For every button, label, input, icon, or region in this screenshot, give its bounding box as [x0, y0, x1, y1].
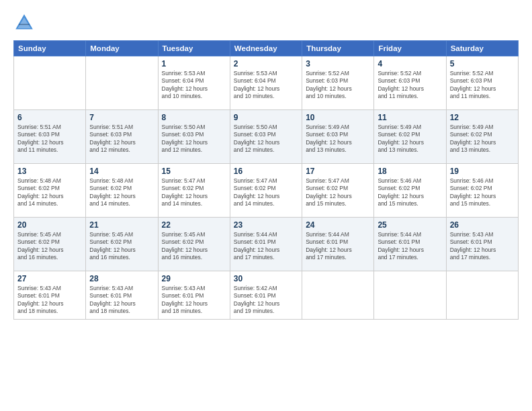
- day-info: Sunrise: 5:49 AM Sunset: 6:02 PM Dayligh…: [450, 124, 515, 154]
- day-info: Sunrise: 5:45 AM Sunset: 6:02 PM Dayligh…: [17, 231, 82, 262]
- day-number: 16: [234, 167, 298, 176]
- calendar-cell: 9Sunrise: 5:50 AM Sunset: 6:03 PM Daylig…: [230, 110, 302, 164]
- day-number: 19: [450, 167, 515, 176]
- day-info: Sunrise: 5:43 AM Sunset: 6:01 PM Dayligh…: [450, 231, 515, 262]
- day-number: 26: [450, 220, 515, 230]
- day-number: 30: [234, 274, 298, 283]
- day-info: Sunrise: 5:43 AM Sunset: 6:01 PM Dayligh…: [17, 285, 82, 316]
- day-info: Sunrise: 5:42 AM Sunset: 6:01 PM Dayligh…: [234, 285, 298, 316]
- day-number: 8: [162, 113, 226, 122]
- calendar-cell: 22Sunrise: 5:45 AM Sunset: 6:02 PM Dayli…: [158, 218, 230, 271]
- calendar-cell: 20Sunrise: 5:45 AM Sunset: 6:02 PM Dayli…: [14, 218, 86, 271]
- day-info: Sunrise: 5:44 AM Sunset: 6:01 PM Dayligh…: [234, 231, 298, 262]
- day-info: Sunrise: 5:47 AM Sunset: 6:02 PM Dayligh…: [306, 177, 370, 208]
- calendar-cell: [374, 271, 446, 320]
- calendar-cell: [446, 271, 518, 320]
- day-number: 13: [17, 167, 82, 176]
- calendar-cell: 2Sunrise: 5:53 AM Sunset: 6:04 PM Daylig…: [230, 56, 302, 110]
- weekday-header: Wednesday: [230, 41, 302, 56]
- calendar-cell: 28Sunrise: 5:43 AM Sunset: 6:01 PM Dayli…: [86, 271, 158, 320]
- calendar-cell: 10Sunrise: 5:49 AM Sunset: 6:03 PM Dayli…: [302, 110, 374, 164]
- day-info: Sunrise: 5:53 AM Sunset: 6:04 PM Dayligh…: [162, 70, 226, 101]
- day-info: Sunrise: 5:49 AM Sunset: 6:03 PM Dayligh…: [306, 124, 370, 154]
- day-number: 27: [17, 274, 82, 283]
- calendar-cell: 16Sunrise: 5:47 AM Sunset: 6:02 PM Dayli…: [230, 164, 302, 218]
- day-number: 15: [162, 167, 226, 176]
- calendar-cell: 7Sunrise: 5:51 AM Sunset: 6:03 PM Daylig…: [86, 110, 158, 164]
- weekday-header: Monday: [86, 41, 158, 56]
- day-number: 7: [89, 113, 154, 122]
- day-info: Sunrise: 5:43 AM Sunset: 6:01 PM Dayligh…: [162, 285, 226, 316]
- calendar-row: 13Sunrise: 5:48 AM Sunset: 6:02 PM Dayli…: [14, 164, 519, 218]
- day-number: 12: [450, 113, 515, 122]
- day-info: Sunrise: 5:43 AM Sunset: 6:01 PM Dayligh…: [89, 285, 154, 316]
- day-info: Sunrise: 5:45 AM Sunset: 6:02 PM Dayligh…: [89, 231, 154, 262]
- calendar-cell: 24Sunrise: 5:44 AM Sunset: 6:01 PM Dayli…: [302, 218, 374, 271]
- weekday-header: Thursday: [302, 41, 374, 56]
- calendar-cell: [86, 56, 158, 110]
- day-info: Sunrise: 5:46 AM Sunset: 6:02 PM Dayligh…: [450, 177, 515, 208]
- day-number: 4: [378, 59, 442, 68]
- calendar-cell: 18Sunrise: 5:46 AM Sunset: 6:02 PM Dayli…: [374, 164, 446, 218]
- page: SundayMondayTuesdayWednesdayThursdayFrid…: [0, 0, 532, 411]
- day-info: Sunrise: 5:52 AM Sunset: 6:03 PM Dayligh…: [450, 70, 515, 101]
- calendar-cell: 6Sunrise: 5:51 AM Sunset: 6:03 PM Daylig…: [14, 110, 86, 164]
- day-info: Sunrise: 5:51 AM Sunset: 6:03 PM Dayligh…: [89, 124, 154, 154]
- calendar-cell: 17Sunrise: 5:47 AM Sunset: 6:02 PM Dayli…: [302, 164, 374, 218]
- day-number: 28: [89, 274, 154, 283]
- day-number: 9: [234, 113, 298, 122]
- day-info: Sunrise: 5:47 AM Sunset: 6:02 PM Dayligh…: [162, 177, 226, 208]
- calendar-cell: 27Sunrise: 5:43 AM Sunset: 6:01 PM Dayli…: [14, 271, 86, 320]
- day-number: 1: [162, 59, 226, 68]
- day-number: 17: [306, 167, 370, 176]
- calendar-cell: 26Sunrise: 5:43 AM Sunset: 6:01 PM Dayli…: [446, 218, 518, 271]
- logo: [13, 12, 38, 34]
- day-info: Sunrise: 5:49 AM Sunset: 6:02 PM Dayligh…: [378, 124, 442, 154]
- calendar-row: 20Sunrise: 5:45 AM Sunset: 6:02 PM Dayli…: [14, 218, 519, 271]
- calendar-cell: 29Sunrise: 5:43 AM Sunset: 6:01 PM Dayli…: [158, 271, 230, 320]
- calendar-cell: [14, 56, 86, 110]
- day-number: 21: [89, 220, 154, 230]
- day-info: Sunrise: 5:50 AM Sunset: 6:03 PM Dayligh…: [162, 124, 226, 154]
- day-info: Sunrise: 5:46 AM Sunset: 6:02 PM Dayligh…: [378, 177, 442, 208]
- weekday-header: Sunday: [14, 41, 86, 56]
- day-number: 18: [378, 167, 442, 176]
- day-info: Sunrise: 5:48 AM Sunset: 6:02 PM Dayligh…: [89, 177, 154, 208]
- day-number: 23: [234, 220, 298, 230]
- calendar-cell: 8Sunrise: 5:50 AM Sunset: 6:03 PM Daylig…: [158, 110, 230, 164]
- calendar: SundayMondayTuesdayWednesdayThursdayFrid…: [13, 40, 519, 320]
- calendar-cell: 21Sunrise: 5:45 AM Sunset: 6:02 PM Dayli…: [86, 218, 158, 271]
- day-number: 20: [17, 220, 82, 230]
- calendar-cell: 13Sunrise: 5:48 AM Sunset: 6:02 PM Dayli…: [14, 164, 86, 218]
- weekday-header: Friday: [374, 41, 446, 56]
- svg-rect-2: [19, 24, 30, 26]
- logo-icon: [13, 12, 35, 34]
- day-number: 6: [17, 113, 82, 122]
- day-number: 24: [306, 220, 370, 230]
- day-number: 2: [234, 59, 298, 68]
- day-number: 5: [450, 59, 515, 68]
- day-number: 25: [378, 220, 442, 230]
- day-number: 14: [89, 167, 154, 176]
- calendar-cell: 5Sunrise: 5:52 AM Sunset: 6:03 PM Daylig…: [446, 56, 518, 110]
- calendar-cell: 11Sunrise: 5:49 AM Sunset: 6:02 PM Dayli…: [374, 110, 446, 164]
- day-number: 11: [378, 113, 442, 122]
- calendar-row: 6Sunrise: 5:51 AM Sunset: 6:03 PM Daylig…: [14, 110, 519, 164]
- calendar-cell: 23Sunrise: 5:44 AM Sunset: 6:01 PM Dayli…: [230, 218, 302, 271]
- day-number: 22: [162, 220, 226, 230]
- calendar-cell: 30Sunrise: 5:42 AM Sunset: 6:01 PM Dayli…: [230, 271, 302, 320]
- day-info: Sunrise: 5:53 AM Sunset: 6:04 PM Dayligh…: [234, 70, 298, 101]
- day-number: 10: [306, 113, 370, 122]
- calendar-cell: 3Sunrise: 5:52 AM Sunset: 6:03 PM Daylig…: [302, 56, 374, 110]
- calendar-cell: 15Sunrise: 5:47 AM Sunset: 6:02 PM Dayli…: [158, 164, 230, 218]
- day-info: Sunrise: 5:45 AM Sunset: 6:02 PM Dayligh…: [162, 231, 226, 262]
- header: [13, 12, 519, 34]
- calendar-cell: 19Sunrise: 5:46 AM Sunset: 6:02 PM Dayli…: [446, 164, 518, 218]
- calendar-cell: 4Sunrise: 5:52 AM Sunset: 6:03 PM Daylig…: [374, 56, 446, 110]
- calendar-header-row: SundayMondayTuesdayWednesdayThursdayFrid…: [14, 41, 519, 56]
- calendar-cell: 1Sunrise: 5:53 AM Sunset: 6:04 PM Daylig…: [158, 56, 230, 110]
- day-info: Sunrise: 5:50 AM Sunset: 6:03 PM Dayligh…: [234, 124, 298, 154]
- calendar-cell: 14Sunrise: 5:48 AM Sunset: 6:02 PM Dayli…: [86, 164, 158, 218]
- day-info: Sunrise: 5:44 AM Sunset: 6:01 PM Dayligh…: [378, 231, 442, 262]
- day-info: Sunrise: 5:52 AM Sunset: 6:03 PM Dayligh…: [378, 70, 442, 101]
